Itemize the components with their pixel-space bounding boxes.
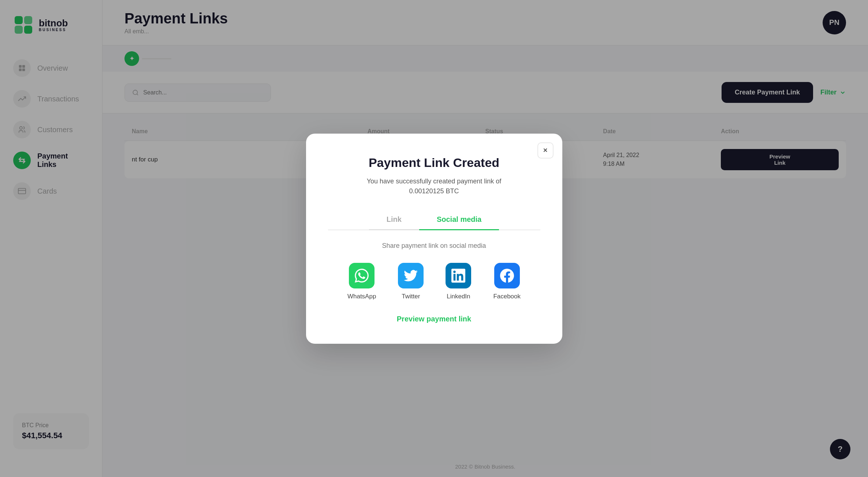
modal-tabs: Link Social media xyxy=(328,209,540,230)
social-description: Share payment link on social media xyxy=(328,242,540,250)
linkedin-share-button[interactable]: LinkedIn xyxy=(446,263,471,300)
modal-subtitle-line2: 0.00120125 BTC xyxy=(409,187,459,195)
tab-social-media[interactable]: Social media xyxy=(419,209,499,230)
modal-subtitle: You have successfully created payment li… xyxy=(328,176,540,196)
modal-subtitle-line1: You have successfully created payment li… xyxy=(367,178,502,185)
tab-link[interactable]: Link xyxy=(369,209,419,230)
linkedin-icon xyxy=(446,263,471,288)
twitter-label: Twitter xyxy=(402,293,420,300)
facebook-share-button[interactable]: Facebook xyxy=(493,263,521,300)
twitter-icon xyxy=(398,263,424,288)
modal-title: Payment Link Created xyxy=(328,156,540,170)
social-icons-grid: WhatsApp Twitter LinkedIn xyxy=(328,263,540,300)
modal-close-button[interactable]: × xyxy=(537,142,554,159)
modal-overlay: × Payment Link Created You have successf… xyxy=(0,0,868,477)
whatsapp-share-button[interactable]: WhatsApp xyxy=(347,263,376,300)
facebook-label: Facebook xyxy=(493,293,521,300)
preview-payment-link[interactable]: Preview payment link xyxy=(328,315,540,323)
linkedin-label: LinkedIn xyxy=(447,293,470,300)
payment-link-modal: × Payment Link Created You have successf… xyxy=(306,134,562,344)
twitter-share-button[interactable]: Twitter xyxy=(398,263,424,300)
facebook-icon xyxy=(494,263,520,288)
whatsapp-icon xyxy=(349,263,375,288)
whatsapp-label: WhatsApp xyxy=(347,293,376,300)
